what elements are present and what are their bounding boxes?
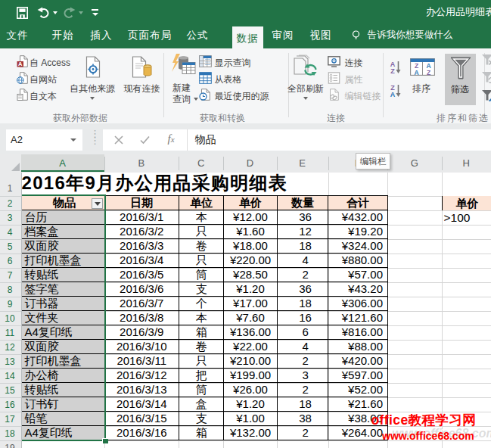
svg-text:Z: Z (390, 67, 395, 74)
svg-text:Z: Z (427, 69, 430, 76)
svg-text:A: A (414, 69, 418, 76)
svg-text:A: A (18, 61, 23, 67)
svg-text:A: A (390, 91, 396, 98)
